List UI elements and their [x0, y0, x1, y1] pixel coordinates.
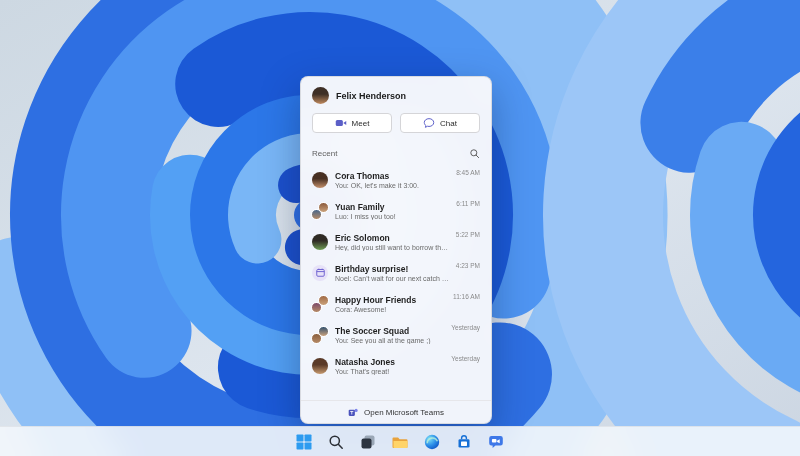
conversation-name: Eric Solomon [335, 233, 449, 243]
chat-button-label: Chat [440, 119, 457, 128]
conversation-row[interactable]: Yuan Family Luo: I miss you too! 6:11 PM [306, 195, 486, 226]
conversation-preview: Hey, did you still want to borrow the no… [335, 244, 449, 251]
avatar [312, 327, 328, 343]
taskbar-search-button[interactable] [323, 429, 349, 455]
conversation-time: 4:23 PM [456, 262, 480, 269]
conversation-preview: Luo: I miss you too! [335, 213, 449, 220]
search-button[interactable] [469, 148, 480, 159]
conversation-list: Cora Thomas You: OK, let's make it 3:00.… [301, 162, 491, 400]
avatar [312, 234, 328, 250]
flyout-header: Felix Henderson [301, 77, 491, 111]
recent-row: Recent [301, 143, 491, 162]
conversation-preview: You: See you all at the game ;) [335, 337, 444, 344]
conversation-name: Cora Thomas [335, 171, 449, 181]
conversation-row[interactable]: Cora Thomas You: OK, let's make it 3:00.… [306, 164, 486, 195]
conversation-name: Happy Hour Friends [335, 295, 446, 305]
conversation-text: Happy Hour Friends Cora: Awesome! [335, 295, 446, 313]
taskbar-task-view-button[interactable] [355, 429, 381, 455]
user-name: Felix Henderson [336, 91, 406, 101]
avatar [312, 203, 328, 219]
search-icon [328, 434, 344, 450]
conversation-time: Yesterday [451, 355, 480, 362]
teams-chat-icon [488, 434, 504, 450]
edge-icon [424, 434, 440, 450]
user-avatar [312, 87, 329, 104]
conversation-name: The Soccer Squad [335, 326, 444, 336]
conversation-preview: Cora: Awesome! [335, 306, 446, 313]
file-explorer-icon [392, 434, 408, 450]
windows-start-icon [296, 434, 312, 450]
taskbar-edge-button[interactable] [419, 429, 445, 455]
open-teams-label: Open Microsoft Teams [364, 408, 444, 417]
taskbar-start-button[interactable] [291, 429, 317, 455]
camera-icon [335, 117, 347, 129]
avatar [312, 172, 328, 188]
desktop: Felix Henderson Meet Chat Recent [0, 0, 800, 456]
conversation-row[interactable]: Happy Hour Friends Cora: Awesome! 11:16 … [306, 288, 486, 319]
conversation-name: Yuan Family [335, 202, 449, 212]
taskbar [0, 426, 800, 456]
conversation-time: 11:16 AM [453, 293, 480, 300]
taskbar-icons [291, 429, 509, 455]
meet-button[interactable]: Meet [312, 113, 392, 133]
conversation-row[interactable]: The Soccer Squad You: See you all at the… [306, 319, 486, 350]
conversation-text: Cora Thomas You: OK, let's make it 3:00. [335, 171, 449, 189]
conversation-preview: Noel: Can't wait for our next catch up! [335, 275, 449, 282]
conversation-preview: You: That's great! [335, 368, 444, 375]
conversation-time: 6:11 PM [456, 200, 480, 207]
avatar [312, 296, 328, 312]
open-teams-button[interactable]: Open Microsoft Teams [301, 400, 491, 423]
conversation-text: Eric Solomon Hey, did you still want to … [335, 233, 449, 251]
taskbar-store-button[interactable] [451, 429, 477, 455]
conversation-time: Yesterday [451, 324, 480, 331]
conversation-row[interactable]: Birthday surprise! Noel: Can't wait for … [306, 257, 486, 288]
chat-icon [423, 117, 435, 129]
conversation-text: Yuan Family Luo: I miss you too! [335, 202, 449, 220]
store-icon [456, 434, 472, 450]
conversation-name: Birthday surprise! [335, 264, 449, 274]
meet-button-label: Meet [352, 119, 370, 128]
action-row: Meet Chat [301, 111, 491, 143]
teams-chat-flyout: Felix Henderson Meet Chat Recent [300, 76, 492, 424]
conversation-text: Natasha Jones You: That's great! [335, 357, 444, 375]
search-icon [469, 148, 480, 159]
teams-icon [348, 407, 359, 418]
conversation-row[interactable]: Natasha Jones You: That's great! Yesterd… [306, 350, 486, 381]
recent-label: Recent [312, 149, 337, 158]
taskbar-file-explorer-button[interactable] [387, 429, 413, 455]
avatar [312, 265, 328, 281]
conversation-text: The Soccer Squad You: See you all at the… [335, 326, 444, 344]
conversation-text: Birthday surprise! Noel: Can't wait for … [335, 264, 449, 282]
conversation-row[interactable]: Eric Solomon Hey, did you still want to … [306, 226, 486, 257]
conversation-time: 5:22 PM [456, 231, 480, 238]
avatar [312, 358, 328, 374]
taskbar-chat-button[interactable] [483, 429, 509, 455]
conversation-time: 8:45 AM [456, 169, 480, 176]
conversation-preview: You: OK, let's make it 3:00. [335, 182, 449, 189]
chat-button[interactable]: Chat [400, 113, 480, 133]
task-view-icon [360, 434, 376, 450]
calendar-icon [316, 268, 325, 277]
conversation-name: Natasha Jones [335, 357, 444, 367]
